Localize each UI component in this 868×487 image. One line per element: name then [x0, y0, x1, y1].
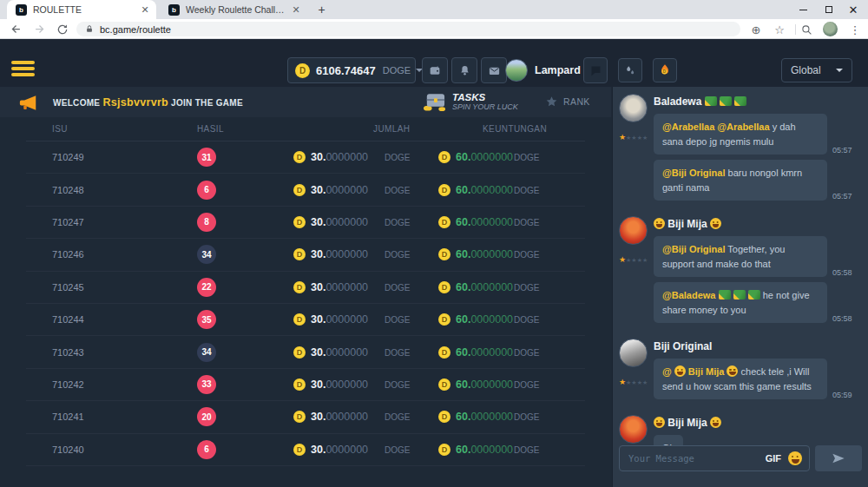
star-icon: ★	[619, 378, 626, 386]
bookmark-star-icon[interactable]: ☆	[772, 22, 787, 37]
chat-user-avatar[interactable]	[619, 415, 648, 444]
join-label: JOIN THE GAME	[171, 98, 243, 108]
welcomed-player-name: Rsjsbvvrvrb	[102, 96, 168, 109]
window-minimize-button[interactable]	[790, 0, 816, 19]
profit-currency: DOGE	[514, 347, 539, 357]
chat-bubbles: Ok05:59	[654, 435, 861, 445]
chat-user-avatar[interactable]	[619, 216, 648, 245]
doge-coin-icon: D	[438, 411, 450, 423]
rank-shortcut[interactable]: RANK	[545, 95, 590, 108]
chat-username[interactable]: Biji Mija	[654, 417, 861, 429]
announcement-bar: WELCOME Rsjsbvvrvrb JOIN THE GAME TASKS …	[0, 87, 611, 117]
amount-currency: DOGE	[385, 185, 410, 194]
user-mention[interactable]: Biji Mija	[688, 366, 725, 377]
browser-profile-avatar[interactable]	[823, 22, 838, 36]
star-icon: ★	[619, 133, 626, 141]
doge-coin-icon: D	[293, 411, 306, 423]
back-button[interactable]	[9, 22, 23, 36]
chat-message: ★★★★★ Baladewa @Arabellaa @Arabellaa y d…	[619, 94, 861, 206]
table-row[interactable]: 710245 22 D 30.0000000 DOGE D 60.0000000…	[26, 272, 585, 304]
chat-username[interactable]: Baladewa	[654, 95, 861, 108]
balance-dropdown[interactable]: D 6106.74647 DOGE	[287, 57, 416, 83]
amount-currency: DOGE	[385, 153, 410, 162]
rain-button[interactable]	[618, 58, 642, 82]
bet-amount: 30.0000000	[311, 281, 368, 293]
tab-close-icon[interactable]: ✕	[290, 3, 302, 16]
chat-input-container[interactable]: GIF	[619, 445, 810, 471]
bet-amount: 30.0000000	[311, 216, 368, 228]
menu-hamburger-button[interactable]	[11, 61, 35, 79]
table-row[interactable]: 710242 33 D 30.0000000 DOGE D 60.0000000…	[26, 369, 585, 401]
user-mention[interactable]: @Biji Original	[662, 168, 725, 178]
tasks-shortcut[interactable]: TASKS SPIN YOUR LUCK	[423, 90, 518, 112]
user-mention[interactable]: @Arabellaa	[717, 122, 769, 132]
table-row[interactable]: 710249 31 D 30.0000000 DOGE D 60.0000000…	[26, 141, 585, 174]
forward-button[interactable]	[32, 22, 47, 36]
browser-menu-icon[interactable]: ⋮	[847, 22, 863, 37]
profit-currency: DOGE	[514, 379, 539, 389]
gif-button[interactable]: GIF	[766, 453, 781, 464]
profit-currency: DOGE	[514, 250, 539, 260]
chat-bubble: Ok	[654, 435, 683, 445]
chat-user-avatar[interactable]	[619, 94, 648, 122]
bet-id: 710242	[52, 379, 84, 390]
chat-region-dropdown[interactable]: Global	[781, 58, 852, 82]
user-mention[interactable]: @Biji Original	[662, 244, 725, 254]
column-jumlah: JUMLAH	[373, 124, 410, 134]
doge-coin-icon: D	[293, 444, 306, 456]
grin-emoji-icon	[654, 417, 665, 428]
site-favicon-icon: b	[168, 4, 180, 16]
bet-amount: 30.0000000	[311, 444, 368, 456]
emoji-picker-button[interactable]	[788, 451, 802, 465]
table-row[interactable]: 710248 6 D 30.0000000 DOGE D 60.0000000 …	[26, 174, 585, 206]
send-message-button[interactable]	[815, 445, 862, 471]
chat-user-avatar[interactable]	[619, 339, 648, 367]
coindrop-button[interactable]: D	[653, 58, 677, 82]
result-badge: 33	[197, 375, 216, 394]
doge-coin-icon: D	[438, 216, 450, 228]
table-row[interactable]: 710243 34 D 30.0000000 DOGE D 60.0000000…	[26, 336, 585, 368]
amount-currency: DOGE	[385, 217, 410, 227]
table-row[interactable]: 710247 8 D 30.0000000 DOGE D 60.0000000 …	[26, 207, 585, 239]
chat-toggle-button[interactable]	[583, 57, 608, 83]
user-mention[interactable]: @	[662, 366, 672, 377]
flag-emoji-icon	[748, 290, 760, 299]
result-badge: 20	[197, 407, 216, 426]
table-row[interactable]: 710246 34 D 30.0000000 DOGE D 60.0000000…	[26, 239, 585, 271]
grin-emoji-icon	[710, 417, 721, 428]
window-close-button[interactable]: ✕	[840, 0, 866, 19]
chat-bubble-row: @Baladewa he not give share money to you…	[654, 282, 861, 323]
reload-button[interactable]	[55, 22, 69, 36]
table-row[interactable]: 710240 6 D 30.0000000 DOGE D 60.0000000 …	[26, 434, 585, 466]
wallet-button[interactable]	[422, 57, 448, 83]
window-maximize-button[interactable]	[816, 0, 842, 19]
bet-profit: 60.0000000	[456, 248, 513, 260]
flag-emoji-icon	[733, 290, 746, 299]
table-row[interactable]: 710241 20 D 30.0000000 DOGE D 60.0000000…	[26, 401, 585, 433]
bet-profit: 60.0000000	[456, 411, 513, 423]
table-row[interactable]: 710244 35 D 30.0000000 DOGE D 60.0000000…	[26, 304, 585, 336]
url-bar[interactable]: bc.game/roulette	[76, 22, 740, 36]
chat-username[interactable]: Biji Mija	[654, 218, 861, 230]
zoom-page-icon[interactable]: ⊕	[748, 22, 764, 37]
user-menu[interactable]: Lampard	[505, 57, 593, 83]
doge-coin-icon: D	[293, 378, 306, 391]
chat-username[interactable]: Biji Original	[654, 340, 861, 352]
chat-timestamp: 05:58	[832, 314, 852, 323]
tab-weekly-challenge[interactable]: b Weekly Roulette Challenge - Win ✕	[160, 0, 307, 19]
messages-button[interactable]	[481, 57, 507, 83]
profit-currency: DOGE	[514, 444, 539, 454]
new-tab-button[interactable]: +	[314, 3, 329, 17]
tab-roulette[interactable]: b ROULETTE ✕	[7, 0, 156, 19]
notifications-button[interactable]	[451, 57, 477, 83]
chat-message-input[interactable]	[620, 453, 766, 464]
chat-bubbles: @Biji Original Together, you support and…	[654, 236, 861, 323]
tab-close-icon[interactable]: ✕	[139, 3, 151, 16]
search-icon[interactable]	[799, 22, 814, 37]
chevron-down-icon	[836, 69, 843, 72]
user-mention[interactable]: @Baladewa	[662, 290, 715, 300]
chat-timestamp: 05:57	[832, 146, 852, 155]
chat-panel: ★★★★★ Baladewa @Arabellaa @Arabellaa y d…	[612, 87, 868, 487]
doge-coin-icon: D	[293, 313, 306, 326]
user-mention[interactable]: @Arabellaa	[662, 122, 714, 132]
